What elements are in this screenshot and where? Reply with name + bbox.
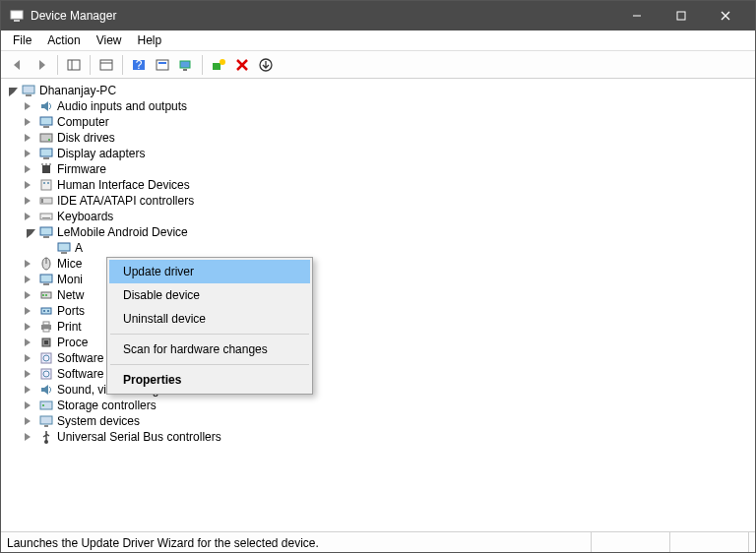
tree-node-label: System devices xyxy=(57,414,140,428)
tree-root-label: Dhananjay-PC xyxy=(39,84,116,97)
speaker-icon xyxy=(38,98,54,114)
svg-rect-3 xyxy=(677,12,685,20)
expand-icon[interactable] xyxy=(23,273,36,286)
ctx-uninstall-device[interactable]: Uninstall device xyxy=(109,307,310,331)
expand-icon[interactable] xyxy=(23,320,36,334)
help-button[interactable]: ? xyxy=(128,54,150,76)
expand-icon[interactable] xyxy=(23,351,36,365)
tree-node-label: Proce xyxy=(57,336,88,349)
tree-node[interactable]: System devices xyxy=(3,413,753,429)
tree-node[interactable]: Human Interface Devices xyxy=(3,177,753,193)
port-icon xyxy=(38,303,54,319)
expand-icon[interactable] xyxy=(23,288,36,302)
forward-button[interactable] xyxy=(31,54,52,76)
menu-help[interactable]: Help xyxy=(130,31,170,49)
svg-rect-66 xyxy=(44,425,48,427)
tree-node-label: Audio inputs and outputs xyxy=(57,99,187,113)
ctx-update-driver[interactable]: Update driver xyxy=(109,260,310,283)
svg-rect-55 xyxy=(43,322,49,325)
ctx-properties[interactable]: Properties xyxy=(109,368,310,392)
tree-node[interactable]: LeMobile Android Device xyxy=(3,224,753,240)
tree-node[interactable]: A xyxy=(3,240,753,256)
svg-rect-56 xyxy=(43,329,49,332)
monitor-icon xyxy=(38,114,54,130)
menu-view[interactable]: View xyxy=(89,31,130,49)
usb-icon xyxy=(38,429,54,445)
toolbar-separator xyxy=(122,55,123,75)
tree-node[interactable]: Universal Serial Bus controllers xyxy=(3,429,753,445)
svg-rect-65 xyxy=(40,416,52,424)
expand-icon[interactable] xyxy=(23,99,36,113)
statusbar: Launches the Update Driver Wizard for th… xyxy=(1,531,755,553)
scan-hardware-button[interactable] xyxy=(175,54,197,76)
ctx-separator xyxy=(110,334,309,335)
svg-rect-37 xyxy=(41,199,43,203)
add-legacy-button[interactable] xyxy=(208,54,229,76)
expand-icon[interactable] xyxy=(23,399,36,412)
expand-icon[interactable] xyxy=(5,84,19,97)
svg-rect-43 xyxy=(61,252,67,254)
expand-icon[interactable] xyxy=(23,225,36,239)
svg-point-67 xyxy=(44,440,48,444)
show-hide-tree-button[interactable] xyxy=(63,54,85,76)
expand-icon[interactable] xyxy=(23,304,36,318)
svg-rect-16 xyxy=(213,63,220,70)
cpu-icon xyxy=(38,335,54,350)
svg-rect-41 xyxy=(43,236,49,238)
expand-icon[interactable] xyxy=(23,178,36,192)
tree-node-label: Universal Serial Bus controllers xyxy=(57,430,221,444)
expand-icon[interactable] xyxy=(23,367,36,381)
expand-icon[interactable] xyxy=(23,115,36,129)
ctx-scan-hardware[interactable]: Scan for hardware changes xyxy=(109,338,310,361)
tree-node-label: Netw xyxy=(57,288,84,302)
expand-icon[interactable] xyxy=(23,383,36,397)
svg-rect-27 xyxy=(40,149,52,156)
update-driver-button[interactable] xyxy=(255,54,277,76)
tree-node-label: Firmware xyxy=(57,162,106,176)
tree-root[interactable]: Dhananjay-PC xyxy=(3,83,753,98)
expand-icon[interactable] xyxy=(23,336,36,349)
expand-icon[interactable] xyxy=(23,430,36,444)
tree-node[interactable]: IDE ATA/ATAPI controllers xyxy=(3,193,753,209)
expand-icon[interactable] xyxy=(23,162,36,176)
tree-node[interactable]: Audio inputs and outputs xyxy=(3,98,753,114)
tree-node[interactable]: Storage controllers xyxy=(3,398,753,413)
close-button[interactable] xyxy=(703,1,747,31)
device-tree[interactable]: Dhananjay-PC Audio inputs and outputsCom… xyxy=(1,79,755,531)
svg-rect-38 xyxy=(40,214,52,219)
menu-action[interactable]: Action xyxy=(39,31,88,49)
tree-node-label: Print xyxy=(57,320,82,334)
svg-rect-12 xyxy=(157,60,168,70)
svg-rect-24 xyxy=(43,126,49,128)
tree-node[interactable]: Display adapters xyxy=(3,146,753,161)
svg-rect-63 xyxy=(40,401,52,409)
expand-icon[interactable] xyxy=(23,147,36,160)
menu-file[interactable]: File xyxy=(5,31,39,49)
maximize-button[interactable] xyxy=(659,1,703,31)
svg-rect-23 xyxy=(40,117,52,125)
expand-icon[interactable] xyxy=(23,131,36,145)
svg-rect-46 xyxy=(40,275,52,282)
menubar: File Action View Help xyxy=(1,31,755,51)
properties-button[interactable] xyxy=(95,54,117,76)
tree-node[interactable]: Firmware xyxy=(3,161,753,177)
svg-rect-15 xyxy=(183,69,187,71)
svg-rect-29 xyxy=(42,165,50,173)
back-button[interactable] xyxy=(7,54,29,76)
expand-icon[interactable] xyxy=(23,194,36,208)
expand-icon[interactable] xyxy=(23,414,36,428)
action-button[interactable] xyxy=(152,54,173,76)
svg-point-64 xyxy=(42,404,44,406)
minimize-button[interactable] xyxy=(614,1,659,31)
expand-icon[interactable] xyxy=(23,257,36,271)
tree-node[interactable]: Computer xyxy=(3,114,753,130)
tree-node[interactable]: Disk drives xyxy=(3,130,753,146)
software-icon xyxy=(38,366,54,382)
svg-rect-25 xyxy=(40,134,52,142)
speaker-icon xyxy=(38,382,54,398)
uninstall-button[interactable] xyxy=(231,54,253,76)
expand-icon[interactable] xyxy=(23,210,36,223)
tree-node[interactable]: Keyboards xyxy=(3,209,753,224)
ctx-disable-device[interactable]: Disable device xyxy=(109,283,310,307)
svg-rect-13 xyxy=(158,62,166,64)
